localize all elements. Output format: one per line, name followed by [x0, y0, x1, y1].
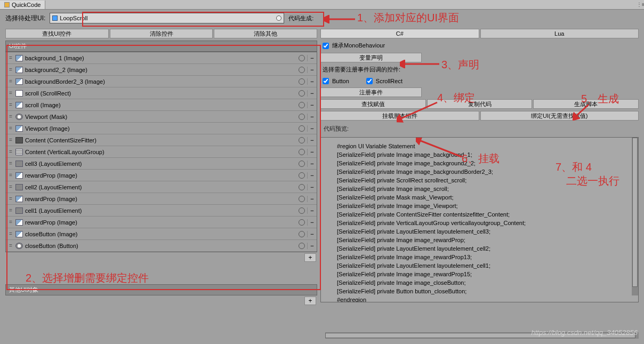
list-item[interactable]: =cell3 (LayoutElement)−: [6, 158, 317, 170]
scrollbar-vertical[interactable]: [632, 138, 638, 295]
object-picker-icon[interactable]: [299, 67, 305, 73]
object-picker-icon[interactable]: [299, 172, 305, 179]
remove-button[interactable]: −: [307, 207, 317, 214]
remove-button[interactable]: −: [307, 172, 317, 179]
list-item[interactable]: =background_1 (Image)−: [6, 52, 317, 64]
clear-ctrl-button[interactable]: 清除控件: [110, 29, 213, 38]
object-field[interactable]: LoopScroll: [50, 13, 284, 23]
drag-handle-icon[interactable]: =: [6, 114, 15, 119]
var-decl-button[interactable]: 变量声明: [320, 53, 422, 62]
list-item[interactable]: =rewardProp (Image)−: [6, 217, 317, 228]
button-checkbox[interactable]: [323, 78, 329, 84]
drag-handle-icon[interactable]: =: [6, 231, 15, 237]
find-assign-button[interactable]: 查找赋值: [320, 99, 426, 109]
clear-other-button[interactable]: 清除其他: [214, 29, 317, 38]
object-picker-icon[interactable]: [299, 207, 305, 214]
quickcode-window: QuickCode ⋮≡ 选择待处理UI: LoopScroll 代码生成: 查…: [0, 0, 644, 344]
drag-handle-icon[interactable]: =: [6, 125, 15, 131]
list-item[interactable]: =Viewport (Image)−: [6, 123, 317, 134]
remove-button[interactable]: −: [307, 184, 317, 190]
drag-handle-icon[interactable]: =: [6, 137, 15, 143]
list-item[interactable]: =closeButton (Button)−: [6, 240, 317, 252]
drag-handle-icon[interactable]: =: [6, 172, 15, 178]
list-item[interactable]: =backgroundBorder2_3 (Image)−: [6, 76, 317, 87]
list-item[interactable]: =cell2 (LayoutElement)−: [6, 181, 317, 193]
tab-lua[interactable]: Lua: [480, 29, 639, 38]
window-tab[interactable]: QuickCode: [0, 1, 45, 9]
remove-button[interactable]: −: [307, 243, 317, 249]
remove-button[interactable]: −: [307, 55, 317, 61]
code-line: [SerializeField] private LayoutElement l…: [337, 261, 622, 270]
register-event-button[interactable]: 注册事件: [320, 87, 422, 97]
object-picker-icon[interactable]: [299, 149, 305, 155]
remove-button[interactable]: −: [307, 114, 317, 120]
drag-handle-icon[interactable]: =: [6, 78, 15, 84]
object-picker-icon[interactable]: [299, 184, 305, 190]
bind-ui-button[interactable]: 绑定UI(无需查找赋值): [480, 111, 639, 121]
find-ui-button[interactable]: 查找UI控件: [5, 29, 109, 38]
remove-button[interactable]: −: [307, 67, 317, 73]
drag-handle-icon[interactable]: =: [6, 184, 15, 190]
tab-icon: [4, 2, 10, 7]
list-item[interactable]: =rewardProp (Image)−: [6, 193, 317, 205]
component-icon: [15, 67, 23, 73]
remove-button[interactable]: −: [307, 90, 317, 97]
remove-button[interactable]: −: [307, 102, 317, 108]
drag-handle-icon[interactable]: =: [6, 55, 15, 61]
remove-button[interactable]: −: [307, 219, 317, 226]
object-picker-icon[interactable]: [299, 78, 305, 85]
drag-handle-icon[interactable]: =: [6, 102, 15, 108]
object-picker-icon[interactable]: [299, 114, 305, 120]
object-picker-icon[interactable]: [299, 102, 305, 108]
list-item[interactable]: =Content (ContentSizeFitter)−: [6, 134, 317, 146]
component-icon: [15, 219, 23, 226]
drag-handle-icon[interactable]: =: [6, 219, 15, 225]
list-item[interactable]: =rewardProp (Image)−: [6, 170, 317, 181]
add-other-button[interactable]: +: [304, 297, 316, 305]
scrollrect-checkbox[interactable]: [366, 78, 373, 84]
object-picker-icon[interactable]: [276, 15, 281, 21]
mono-checkbox[interactable]: [323, 43, 329, 49]
object-picker-icon[interactable]: [299, 90, 305, 97]
remove-button[interactable]: −: [307, 137, 317, 143]
drag-handle-icon[interactable]: =: [6, 161, 15, 166]
object-picker-icon[interactable]: [299, 161, 305, 167]
list-item[interactable]: =scroll (ScrollRect)−: [6, 87, 317, 99]
remove-button[interactable]: −: [307, 161, 317, 167]
list-item[interactable]: =Content (VerticalLayoutGroup)−: [6, 146, 317, 158]
ui-section-header: UI控件: [5, 41, 317, 52]
drag-handle-icon[interactable]: =: [6, 243, 15, 249]
remove-button[interactable]: −: [307, 78, 317, 85]
remove-button[interactable]: −: [307, 125, 317, 132]
drag-handle-icon[interactable]: =: [6, 196, 15, 202]
list-item[interactable]: =scroll (Image)−: [6, 99, 317, 111]
drag-handle-icon[interactable]: =: [6, 67, 15, 73]
window-menu-icon[interactable]: ⋮≡: [637, 2, 644, 7]
object-picker-icon[interactable]: [299, 219, 305, 226]
drag-handle-icon[interactable]: =: [6, 90, 15, 96]
list-item[interactable]: =cell1 (LayoutElement)−: [6, 205, 317, 217]
list-item[interactable]: =closeButton (Image)−: [6, 228, 317, 240]
remove-button[interactable]: −: [307, 231, 317, 237]
object-picker-icon[interactable]: [299, 231, 305, 237]
list-item[interactable]: =background2_2 (Image)−: [6, 64, 317, 76]
watermark: https://blog.csdn.net/qq_34052856: [532, 329, 638, 337]
add-ui-button[interactable]: +: [304, 253, 316, 262]
object-picker-icon[interactable]: [299, 55, 305, 61]
attach-script-button[interactable]: 挂载脚本组件: [320, 111, 479, 121]
component-icon: [15, 149, 23, 155]
list-item-label: closeButton (Image): [25, 231, 296, 237]
object-picker-icon[interactable]: [299, 125, 305, 132]
gen-script-button[interactable]: 生成脚本: [533, 99, 639, 109]
drag-handle-icon[interactable]: =: [6, 207, 15, 213]
list-item[interactable]: =Viewport (Mask)−: [6, 111, 317, 123]
object-picker-icon[interactable]: [299, 196, 305, 202]
drag-handle-icon[interactable]: =: [6, 149, 15, 155]
remove-button[interactable]: −: [307, 196, 317, 202]
tab-csharp[interactable]: C#: [320, 29, 479, 38]
copy-code-button[interactable]: 复制代码: [427, 99, 533, 109]
object-picker-icon[interactable]: [299, 137, 305, 143]
remove-button[interactable]: −: [307, 149, 317, 155]
list-item-label: closeButton (Button): [25, 243, 296, 249]
object-picker-icon[interactable]: [299, 243, 305, 249]
